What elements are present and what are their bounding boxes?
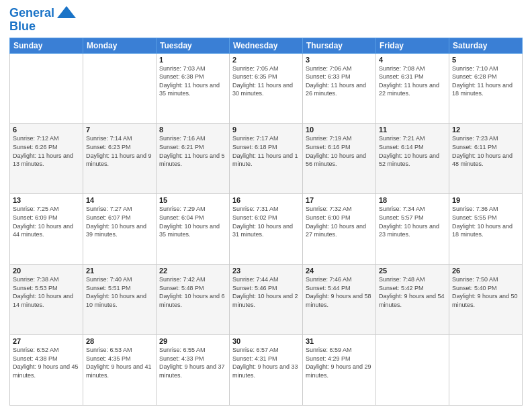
day-number: 24 — [306, 267, 373, 275]
day-number: 31 — [306, 337, 373, 345]
day-info: Sunrise: 7:34 AMSunset: 5:57 PMDaylight:… — [379, 205, 446, 238]
day-info: Sunrise: 6:52 AMSunset: 4:38 PMDaylight:… — [13, 346, 80, 379]
calendar-cell: 27Sunrise: 6:52 AMSunset: 4:38 PMDayligh… — [10, 335, 83, 406]
svg-marker-0 — [57, 6, 76, 18]
calendar-cell: 18Sunrise: 7:34 AMSunset: 5:57 PMDayligh… — [376, 194, 449, 265]
calendar-table: SundayMondayTuesdayWednesdayThursdayFrid… — [9, 38, 523, 406]
day-number: 8 — [159, 126, 226, 134]
day-info: Sunrise: 7:25 AMSunset: 6:09 PMDaylight:… — [13, 205, 80, 238]
calendar-cell: 17Sunrise: 7:32 AMSunset: 6:00 PMDayligh… — [303, 194, 376, 265]
logo-text: General — [9, 7, 54, 20]
day-number: 11 — [379, 126, 446, 134]
day-header-tuesday: Tuesday — [157, 38, 230, 53]
calendar-cell: 10Sunrise: 7:19 AMSunset: 6:16 PMDayligh… — [303, 124, 376, 194]
day-info: Sunrise: 7:27 AMSunset: 6:07 PMDaylight:… — [86, 205, 153, 238]
calendar-cell: 11Sunrise: 7:21 AMSunset: 6:14 PMDayligh… — [376, 124, 449, 194]
calendar-cell: 22Sunrise: 7:42 AMSunset: 5:48 PMDayligh… — [157, 265, 230, 335]
calendar-cell: 23Sunrise: 7:44 AMSunset: 5:46 PMDayligh… — [230, 265, 303, 335]
day-info: Sunrise: 7:16 AMSunset: 6:21 PMDaylight:… — [159, 134, 226, 168]
calendar-cell — [449, 335, 523, 406]
calendar-cell: 21Sunrise: 7:40 AMSunset: 5:51 PMDayligh… — [83, 265, 157, 335]
calendar-cell: 26Sunrise: 7:50 AMSunset: 5:40 PMDayligh… — [449, 265, 523, 335]
day-number: 12 — [452, 126, 519, 134]
day-info: Sunrise: 7:17 AMSunset: 6:18 PMDaylight:… — [232, 134, 300, 168]
calendar-cell: 7Sunrise: 7:14 AMSunset: 6:23 PMDaylight… — [83, 124, 157, 194]
day-info: Sunrise: 7:08 AMSunset: 6:31 PMDaylight:… — [379, 64, 446, 98]
calendar-cell: 16Sunrise: 7:31 AMSunset: 6:02 PMDayligh… — [230, 194, 303, 265]
day-info: Sunrise: 7:50 AMSunset: 5:40 PMDaylight:… — [452, 275, 519, 309]
calendar-week-1: 1Sunrise: 7:03 AMSunset: 6:38 PMDaylight… — [10, 53, 523, 124]
day-number: 4 — [379, 56, 446, 64]
day-number: 3 — [306, 56, 373, 64]
day-number: 22 — [159, 267, 226, 275]
day-info: Sunrise: 7:12 AMSunset: 6:26 PMDaylight:… — [13, 134, 80, 168]
calendar-cell: 5Sunrise: 7:10 AMSunset: 6:28 PMDaylight… — [449, 53, 523, 124]
calendar-cell: 4Sunrise: 7:08 AMSunset: 6:31 PMDaylight… — [376, 53, 449, 124]
calendar-cell: 1Sunrise: 7:03 AMSunset: 6:38 PMDaylight… — [157, 53, 230, 124]
day-number: 17 — [306, 196, 373, 204]
day-info: Sunrise: 7:29 AMSunset: 6:04 PMDaylight:… — [159, 205, 226, 238]
calendar-cell: 25Sunrise: 7:48 AMSunset: 5:42 PMDayligh… — [376, 265, 449, 335]
calendar-cell — [376, 335, 449, 406]
calendar-cell: 12Sunrise: 7:23 AMSunset: 6:11 PMDayligh… — [449, 124, 523, 194]
day-info: Sunrise: 7:42 AMSunset: 5:48 PMDaylight:… — [159, 275, 226, 309]
calendar-cell: 2Sunrise: 7:05 AMSunset: 6:35 PMDaylight… — [230, 53, 303, 124]
day-info: Sunrise: 7:44 AMSunset: 5:46 PMDaylight:… — [232, 275, 300, 309]
day-number: 20 — [13, 267, 80, 275]
logo: General Blue — [9, 7, 76, 34]
calendar-cell: 31Sunrise: 6:59 AMSunset: 4:29 PMDayligh… — [303, 335, 376, 406]
day-header-friday: Friday — [376, 38, 449, 53]
day-info: Sunrise: 7:31 AMSunset: 6:02 PMDaylight:… — [232, 205, 300, 238]
calendar-cell: 14Sunrise: 7:27 AMSunset: 6:07 PMDayligh… — [83, 194, 157, 265]
day-info: Sunrise: 7:06 AMSunset: 6:33 PMDaylight:… — [306, 64, 373, 98]
day-info: Sunrise: 7:36 AMSunset: 5:55 PMDaylight:… — [452, 205, 519, 238]
day-number: 15 — [159, 196, 226, 204]
day-number: 19 — [452, 196, 519, 204]
day-number: 21 — [86, 267, 153, 275]
day-number: 14 — [86, 196, 153, 204]
calendar-cell — [83, 53, 157, 124]
day-info: Sunrise: 6:53 AMSunset: 4:35 PMDaylight:… — [86, 346, 153, 379]
day-number: 6 — [13, 126, 80, 134]
calendar-cell: 20Sunrise: 7:38 AMSunset: 5:53 PMDayligh… — [10, 265, 83, 335]
day-info: Sunrise: 7:14 AMSunset: 6:23 PMDaylight:… — [86, 134, 153, 168]
day-number: 10 — [306, 126, 373, 134]
day-number: 5 — [452, 56, 519, 64]
header: General Blue — [9, 7, 523, 34]
day-info: Sunrise: 7:38 AMSunset: 5:53 PMDaylight:… — [13, 275, 80, 309]
day-info: Sunrise: 6:57 AMSunset: 4:31 PMDaylight:… — [232, 346, 300, 379]
calendar-cell: 3Sunrise: 7:06 AMSunset: 6:33 PMDaylight… — [303, 53, 376, 124]
day-info: Sunrise: 7:48 AMSunset: 5:42 PMDaylight:… — [379, 275, 446, 309]
day-number: 16 — [232, 196, 300, 204]
page: General Blue SundayMondayTuesdayWednesda… — [0, 0, 532, 411]
day-number: 1 — [159, 56, 226, 64]
day-info: Sunrise: 6:59 AMSunset: 4:29 PMDaylight:… — [306, 346, 373, 379]
calendar-week-5: 27Sunrise: 6:52 AMSunset: 4:38 PMDayligh… — [10, 335, 523, 406]
day-number: 26 — [452, 267, 519, 275]
day-header-sunday: Sunday — [10, 38, 83, 53]
day-header-monday: Monday — [83, 38, 157, 53]
day-header-wednesday: Wednesday — [230, 38, 303, 53]
day-info: Sunrise: 7:03 AMSunset: 6:38 PMDaylight:… — [159, 64, 226, 98]
day-number: 7 — [86, 126, 153, 134]
calendar-cell: 15Sunrise: 7:29 AMSunset: 6:04 PMDayligh… — [157, 194, 230, 265]
calendar-cell: 28Sunrise: 6:53 AMSunset: 4:35 PMDayligh… — [83, 335, 157, 406]
day-number: 30 — [232, 337, 300, 345]
day-info: Sunrise: 6:55 AMSunset: 4:33 PMDaylight:… — [159, 346, 226, 379]
day-header-thursday: Thursday — [303, 38, 376, 53]
day-number: 18 — [379, 196, 446, 204]
calendar-week-3: 13Sunrise: 7:25 AMSunset: 6:09 PMDayligh… — [10, 194, 523, 265]
day-number: 27 — [13, 337, 80, 345]
day-info: Sunrise: 7:21 AMSunset: 6:14 PMDaylight:… — [379, 134, 446, 168]
day-info: Sunrise: 7:10 AMSunset: 6:28 PMDaylight:… — [452, 64, 519, 98]
day-info: Sunrise: 7:46 AMSunset: 5:44 PMDaylight:… — [306, 275, 373, 309]
day-number: 23 — [232, 267, 300, 275]
calendar-header-row: SundayMondayTuesdayWednesdayThursdayFrid… — [10, 38, 523, 53]
calendar-cell: 6Sunrise: 7:12 AMSunset: 6:26 PMDaylight… — [10, 124, 83, 194]
day-info: Sunrise: 7:19 AMSunset: 6:16 PMDaylight:… — [306, 134, 373, 168]
day-number: 13 — [13, 196, 80, 204]
day-info: Sunrise: 7:32 AMSunset: 6:00 PMDaylight:… — [306, 205, 373, 238]
calendar-cell: 19Sunrise: 7:36 AMSunset: 5:55 PMDayligh… — [449, 194, 523, 265]
logo-icon — [57, 6, 76, 18]
day-number: 2 — [232, 56, 300, 64]
